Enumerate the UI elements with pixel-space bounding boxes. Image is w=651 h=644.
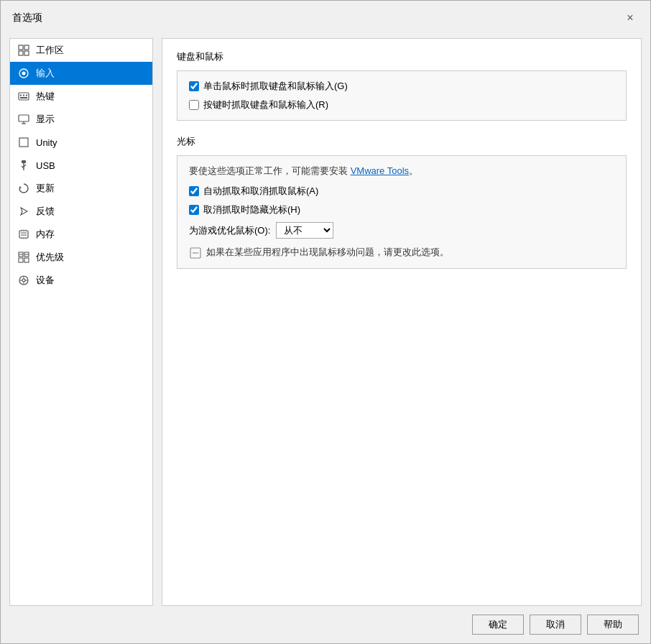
- hint-icon: [189, 247, 202, 259]
- checkbox-hide-cursor[interactable]: [189, 205, 199, 215]
- svg-rect-14: [19, 138, 28, 147]
- sidebar-item-display-label: 显示: [36, 113, 55, 126]
- hint-row: 如果在某些应用程序中出现鼠标移动问题，请更改此选项。: [189, 246, 614, 259]
- svg-marker-19: [19, 186, 22, 189]
- sidebar-item-workspace[interactable]: 工作区: [10, 39, 152, 62]
- dialog-title: 首选项: [12, 12, 42, 24]
- sidebar-item-memory-label: 内存: [36, 228, 55, 241]
- cursor-note-text: 要使这些选项正常工作，可能需要安装 VMware Tools。: [189, 165, 418, 178]
- checkbox-hide-cursor-row: 取消抓取时隐藏光标(H): [189, 203, 614, 216]
- sidebar-item-usb[interactable]: USB: [10, 154, 152, 177]
- hotkeys-icon: [17, 90, 30, 103]
- svg-rect-10: [20, 97, 27, 98]
- game-optimize-dropdown[interactable]: 从不 总是 自动: [276, 222, 333, 239]
- checkbox-grab-on-click-row: 单击鼠标时抓取键盘和鼠标输入(G): [189, 80, 614, 93]
- hint-text: 如果在某些应用程序中出现鼠标移动问题，请更改此选项。: [206, 246, 449, 259]
- update-icon: [17, 182, 30, 195]
- device-icon: [17, 274, 30, 287]
- svg-rect-32: [19, 258, 23, 262]
- sidebar-item-device[interactable]: 设备: [10, 269, 152, 292]
- sidebar-item-feedback[interactable]: 反馈: [10, 200, 152, 223]
- usb-icon: [17, 159, 30, 172]
- sidebar-item-unity-label: Unity: [36, 137, 57, 148]
- sidebar-item-usb-label: USB: [36, 160, 55, 171]
- checkbox-auto-grab-row: 自动抓取和取消抓取鼠标(A): [189, 185, 614, 198]
- sidebar-item-memory[interactable]: 内存: [10, 223, 152, 246]
- sidebar-item-workspace-label: 工作区: [36, 44, 64, 57]
- input-icon: [17, 67, 30, 80]
- checkbox-auto-grab-label[interactable]: 自动抓取和取消抓取鼠标(A): [203, 185, 318, 198]
- svg-marker-20: [21, 208, 27, 215]
- keyboard-mouse-box: 单击鼠标时抓取键盘和鼠标输入(G) 按键时抓取键盘和鼠标输入(R): [177, 70, 627, 121]
- checkbox-auto-grab[interactable]: [189, 186, 199, 196]
- close-button[interactable]: ×: [622, 9, 639, 27]
- sidebar-item-device-label: 设备: [36, 274, 55, 287]
- title-bar: 首选项 ×: [1, 1, 650, 32]
- keyboard-mouse-title: 键盘和鼠标: [177, 50, 627, 63]
- cancel-button[interactable]: 取消: [530, 615, 581, 635]
- dialog-footer: 确定 取消 帮助: [1, 606, 650, 643]
- cursor-note: 要使这些选项正常工作，可能需要安装 VMware Tools。: [189, 165, 614, 178]
- svg-rect-3: [24, 51, 29, 55]
- sidebar-item-priority-label: 优先级: [36, 251, 64, 264]
- sidebar: 工作区 输入 热键 显示: [9, 38, 153, 606]
- ok-button[interactable]: 确定: [472, 615, 524, 635]
- svg-rect-9: [26, 95, 27, 96]
- svg-rect-11: [19, 115, 29, 121]
- content-area: 键盘和鼠标 单击鼠标时抓取键盘和鼠标输入(G) 按键时抓取键盘和鼠标输入(R) …: [162, 38, 642, 606]
- sidebar-item-priority[interactable]: 优先级: [10, 246, 152, 269]
- sidebar-item-hotkeys-label: 热键: [36, 90, 55, 103]
- sidebar-item-update-label: 更新: [36, 182, 55, 195]
- sidebar-item-unity[interactable]: Unity: [10, 131, 152, 154]
- priority-icon: [17, 251, 30, 264]
- sidebar-item-display[interactable]: 显示: [10, 108, 152, 131]
- sidebar-item-input[interactable]: 输入: [10, 62, 152, 85]
- checkbox-grab-on-click-label[interactable]: 单击鼠标时抓取键盘和鼠标输入(G): [203, 80, 348, 93]
- checkbox-grab-on-key-row: 按键时抓取键盘和鼠标输入(R): [189, 98, 614, 111]
- feedback-icon: [17, 205, 30, 218]
- checkbox-grab-on-click[interactable]: [189, 81, 199, 91]
- game-optimize-row: 为游戏优化鼠标(O): 从不 总是 自动: [189, 222, 614, 239]
- unity-icon: [17, 136, 30, 149]
- cursor-section-title: 光标: [177, 135, 627, 148]
- game-optimize-label: 为游戏优化鼠标(O):: [189, 224, 270, 237]
- vmware-tools-link[interactable]: VMware Tools: [351, 165, 409, 176]
- sidebar-item-hotkeys[interactable]: 热键: [10, 85, 152, 108]
- sidebar-item-input-label: 输入: [36, 67, 55, 80]
- checkbox-hide-cursor-label[interactable]: 取消抓取时隐藏光标(H): [203, 203, 300, 216]
- svg-rect-7: [20, 95, 22, 96]
- svg-rect-2: [19, 51, 23, 55]
- svg-point-37: [22, 279, 25, 282]
- memory-icon: [17, 228, 30, 241]
- svg-rect-8: [23, 95, 24, 96]
- svg-point-5: [22, 72, 26, 75]
- svg-rect-15: [22, 160, 26, 163]
- svg-rect-0: [19, 45, 23, 50]
- preferences-dialog: 首选项 × 工作区 输入: [0, 0, 651, 644]
- keyboard-mouse-section: 键盘和鼠标 单击鼠标时抓取键盘和鼠标输入(G) 按键时抓取键盘和鼠标输入(R): [177, 50, 627, 121]
- sidebar-item-update[interactable]: 更新: [10, 177, 152, 200]
- checkbox-grab-on-key[interactable]: [189, 100, 199, 110]
- dialog-body: 工作区 输入 热键 显示: [1, 32, 650, 606]
- sidebar-item-feedback-label: 反馈: [36, 205, 55, 218]
- workspace-icon: [17, 44, 30, 57]
- svg-rect-6: [19, 93, 29, 100]
- cursor-section-box: 要使这些选项正常工作，可能需要安装 VMware Tools。 自动抓取和取消抓…: [177, 155, 627, 269]
- svg-rect-1: [24, 45, 29, 50]
- display-icon: [17, 113, 30, 126]
- svg-rect-21: [19, 231, 28, 238]
- cursor-section: 光标 要使这些选项正常工作，可能需要安装 VMware Tools。 自动抓取和…: [177, 135, 627, 269]
- svg-rect-33: [24, 258, 29, 262]
- checkbox-grab-on-key-label[interactable]: 按键时抓取键盘和鼠标输入(R): [203, 98, 328, 111]
- help-button[interactable]: 帮助: [587, 615, 639, 635]
